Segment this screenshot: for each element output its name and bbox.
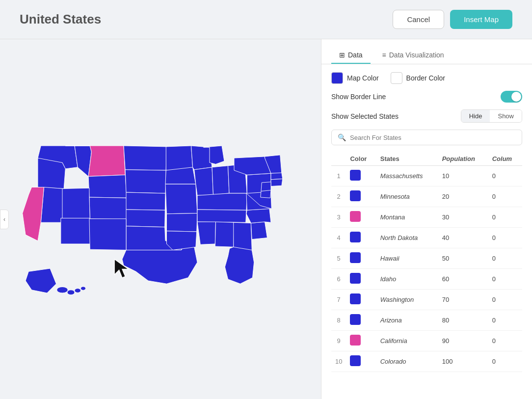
row-color[interactable] [346,331,376,351]
row-state: Hawaii [376,248,438,269]
page-title: United States [20,12,101,27]
state-massachusetts[interactable] [271,173,283,180]
row-colum: 0 [488,331,522,351]
collapse-button[interactable]: ‹ [0,210,9,229]
state-georgia[interactable] [234,222,252,251]
row-population: 90 [438,331,488,351]
state-nebraska[interactable] [126,192,165,210]
state-utah[interactable] [62,188,90,219]
state-south-dakota[interactable] [125,169,166,193]
row-color[interactable] [346,166,376,186]
panel-body: Map Color Border Color Show Border Line … [321,64,532,399]
row-num: 7 [331,290,346,310]
border-color-swatch[interactable] [391,72,402,84]
state-hawaii[interactable] [57,287,68,293]
state-connecticut[interactable] [271,179,283,186]
border-line-toggle[interactable] [501,91,522,103]
color-section: Map Color Border Color [331,72,522,84]
table-row: 6 Idaho 60 0 [331,269,522,290]
row-state: Minnesota [376,186,438,207]
row-colum: 0 [488,207,522,228]
table-row: 10 Colorado 100 0 [331,351,522,372]
state-nevada[interactable] [41,187,64,222]
selected-states-row: Show Selected States Hide Show [331,109,522,123]
border-color-label: Border Color [406,74,445,82]
state-california[interactable] [23,187,44,240]
row-color[interactable] [346,248,376,269]
border-color-option[interactable]: Border Color [391,72,445,84]
row-colum: 0 [488,228,522,248]
state-north-carolina[interactable] [246,209,271,223]
insert-map-button[interactable]: Insert Map [450,10,512,29]
state-kansas[interactable] [126,210,165,227]
row-colum: 0 [488,310,522,331]
map-area: ‹ [0,39,321,399]
search-input[interactable] [350,134,516,141]
col-states: States [376,152,438,166]
map-color-swatch[interactable] [331,72,343,84]
state-oregon[interactable] [38,158,65,189]
row-color[interactable] [346,207,376,228]
row-population: 80 [438,310,488,331]
state-texas[interactable] [122,244,197,284]
row-color[interactable] [346,310,376,331]
right-panel: ⊞ Data ≡ Data Visualization Map Color Bo… [321,39,532,399]
row-num: 9 [331,331,346,351]
col-colum: Colum [488,152,522,166]
state-illinois[interactable] [194,167,213,195]
row-population: 50 [438,248,488,269]
state-louisiana[interactable] [167,231,197,250]
viz-tab-icon: ≡ [382,51,386,59]
row-num: 10 [331,351,346,372]
row-state: Colorado [376,351,438,372]
col-color: Color [346,152,376,166]
row-color[interactable] [346,290,376,310]
row-color[interactable] [346,228,376,248]
state-north-dakota[interactable] [124,146,167,170]
tabs: ⊞ Data ≡ Data Visualization [321,39,532,64]
row-colum: 0 [488,290,522,310]
state-south-carolina[interactable] [251,222,267,239]
row-color[interactable] [346,269,376,290]
show-border-line-row: Show Border Line [331,91,522,103]
tab-data[interactable]: ⊞ Data [331,47,371,64]
col-num [331,152,346,166]
state-new-mexico[interactable] [89,218,126,250]
table-row: 9 California 90 0 [331,331,522,351]
row-num: 5 [331,248,346,269]
state-colorado[interactable] [89,197,128,219]
row-colum: 0 [488,248,522,269]
show-button[interactable]: Show [490,110,522,122]
row-color[interactable] [346,351,376,372]
state-kentucky[interactable] [197,193,247,210]
hide-button[interactable]: Hide [461,110,490,122]
state-florida[interactable] [225,247,254,284]
us-map [13,116,308,322]
state-tennessee[interactable] [197,210,246,222]
row-colum: 0 [488,269,522,290]
row-population: 40 [438,228,488,248]
state-arizona[interactable] [61,218,91,244]
state-indiana[interactable] [212,165,229,194]
svg-point-0 [67,290,75,294]
state-wyoming[interactable] [88,175,127,198]
state-mississippi[interactable] [197,222,216,244]
state-arkansas[interactable] [167,213,198,232]
state-alaska[interactable] [26,268,56,293]
row-color[interactable] [346,186,376,207]
state-delaware[interactable] [261,190,271,198]
map-color-option[interactable]: Map Color [331,72,379,84]
states-table-container: Color States Population Colum 1 Massachu… [331,152,522,372]
tab-data-visualization[interactable]: ≡ Data Visualization [374,47,452,64]
state-minnesota[interactable] [166,146,192,170]
hide-show-group: Hide Show [461,109,522,123]
row-population: 70 [438,290,488,310]
cancel-button[interactable]: Cancel [393,10,444,29]
state-missouri[interactable] [165,184,197,214]
svg-point-2 [81,286,86,290]
state-wisconsin[interactable] [191,146,213,170]
state-iowa[interactable] [165,167,196,184]
toggle-knob [511,92,521,102]
state-alabama[interactable] [215,222,234,247]
row-state: Montana [376,207,438,228]
